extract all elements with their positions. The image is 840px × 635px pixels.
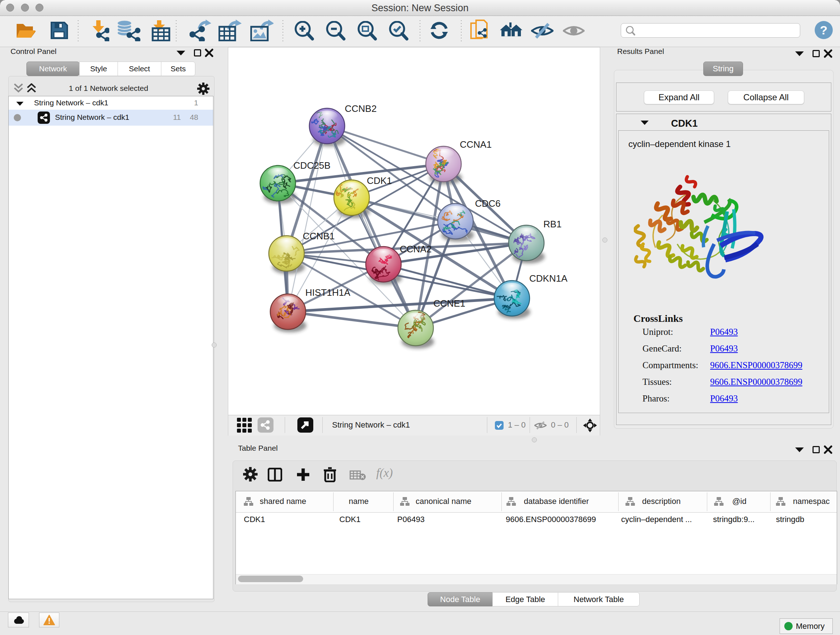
svg-text:CCNE1: CCNE1: [433, 298, 465, 309]
svg-text:RB1: RB1: [543, 219, 562, 230]
svg-text:CDC25B: CDC25B: [294, 160, 331, 171]
svg-text:CDKN1A: CDKN1A: [529, 273, 568, 284]
svg-text:CCNB1: CCNB1: [303, 231, 335, 241]
svg-text:CCNA1: CCNA1: [460, 139, 492, 150]
svg-text:HIST1H1A: HIST1H1A: [305, 287, 351, 298]
svg-text:CCNA2: CCNA2: [400, 244, 431, 255]
svg-text:CDK1: CDK1: [367, 175, 392, 186]
svg-text:CCNB2: CCNB2: [345, 103, 377, 114]
svg-text:CDC6: CDC6: [475, 198, 501, 209]
